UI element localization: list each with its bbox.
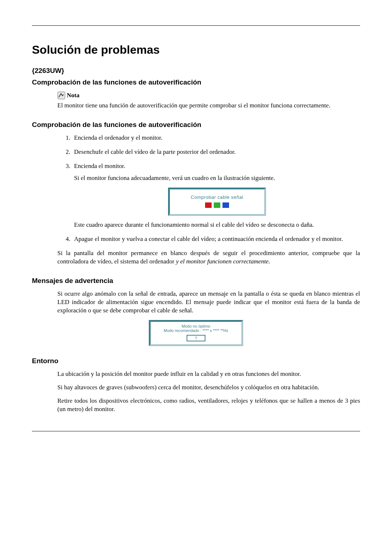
osd2-help-button: ?	[187, 335, 205, 341]
steps-list: Encienda el ordenador y el monitor. Dese…	[57, 134, 360, 243]
section-autoverificacion-1: Comprobación de las funciones de autover…	[32, 78, 360, 86]
model-heading: {2263UW}	[32, 67, 360, 75]
section-autoverificacion-2: Comprobación de las funciones de autover…	[32, 121, 360, 129]
entorno-p3: Retire todos los dispositivos electrónic…	[57, 397, 360, 414]
osd2-line1: Modo no óptimo	[153, 324, 239, 328]
blue-square-icon	[222, 202, 229, 208]
step-2: Desenchufe el cable del vídeo de la part…	[72, 148, 360, 156]
osd2-line2: Modo recomendado : **** x **** **Hz	[153, 328, 239, 333]
mensajes-paragraph: Si ocurre algo anómalo con la señal de e…	[57, 290, 360, 315]
top-divider	[32, 25, 360, 26]
step-3-text: Encienda el monitor.	[74, 163, 125, 169]
green-square-icon	[214, 202, 220, 208]
osd-figure-1: Comprobar cable señal	[74, 188, 360, 216]
step-1: Encienda el ordenador y el monitor.	[72, 134, 360, 142]
osd1-color-squares	[173, 202, 261, 211]
section-mensajes: Mensajes de advertencia	[32, 277, 360, 285]
step-3-after2: Este cuadro aparece durante el funcionam…	[74, 221, 360, 229]
page-title: Solución de problemas	[32, 43, 360, 57]
bottom-divider	[32, 431, 360, 431]
entorno-p1: La ubicación y la posición del monitor p…	[57, 370, 360, 378]
step-3: Encienda el monitor. Si el monitor funci…	[72, 162, 360, 229]
note-text: El monitor tiene una función de autoveri…	[57, 102, 360, 110]
red-square-icon	[205, 202, 212, 208]
section-entorno: Entorno	[32, 357, 360, 365]
note-label: Nota	[67, 92, 79, 99]
step-4: Apague el monitor y vuelva a conectar el…	[72, 235, 360, 243]
entorno-p2: Si hay altavoces de graves (subwoofers) …	[57, 383, 360, 392]
osd1-message: Comprobar cable señal	[173, 193, 261, 203]
step-3-after: Si el monitor funciona adecuadamente, ve…	[74, 174, 360, 182]
svg-rect-0	[58, 92, 65, 99]
after-steps-text-b: y el monitor funcionen correctamente.	[176, 258, 270, 265]
after-steps-paragraph: Si la pantalla del monitor permanece en …	[57, 249, 360, 266]
note-row: Nota	[57, 91, 360, 99]
osd-figure-2: Modo no óptimo Modo recomendado : **** x…	[32, 320, 360, 346]
note-icon	[57, 91, 65, 99]
